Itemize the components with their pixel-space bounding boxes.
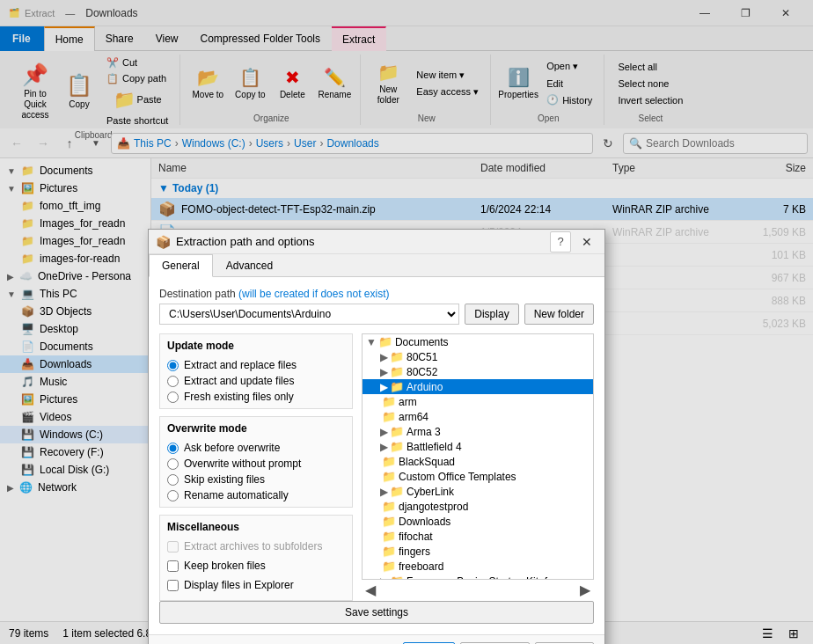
checkbox-display-explorer-label: Display files in Explorer xyxy=(184,579,294,591)
radio-extract-update-input[interactable] xyxy=(167,376,179,387)
tree-item-cyberlink[interactable]: ▶ 📁 CyberLink xyxy=(363,484,593,499)
new-folder-button[interactable]: New folder xyxy=(524,304,594,325)
tree-item-arm[interactable]: 📁 arm xyxy=(363,394,593,409)
right-column: ▼ 📁 Documents ▶ 📁 80C51 ▶ 📁 80C52 xyxy=(362,333,594,601)
checkbox-display-explorer-input[interactable] xyxy=(167,580,179,591)
checkbox-extract-subfolders-input[interactable] xyxy=(167,541,179,553)
radio-extract-replace: Extract and replace files xyxy=(167,359,345,371)
display-button[interactable]: Display xyxy=(465,304,518,325)
tree-item-freeboard[interactable]: 📁 freeboard xyxy=(363,559,593,574)
update-mode-title: Update mode xyxy=(167,340,345,352)
checkbox-extract-subfolders-label: Extract archives to subfolders xyxy=(184,540,322,553)
radio-overwrite-no-prompt-label: Overwrite without prompt xyxy=(184,457,301,470)
tree-item-fingers[interactable]: 📁 fingers xyxy=(363,544,593,559)
radio-skip-existing-input[interactable] xyxy=(167,474,179,486)
tree-label: fingers xyxy=(399,545,430,558)
tree-item-80c51[interactable]: ▶ 📁 80C51 xyxy=(363,349,593,364)
dialog-title-bar: 📦 Extraction path and options ? ✕ xyxy=(149,230,604,254)
overwrite-mode-group: Overwrite mode Ask before overwrite Over… xyxy=(159,416,353,508)
tree-label: arm64 xyxy=(399,411,428,423)
radio-overwrite-no-prompt: Overwrite without prompt xyxy=(167,457,345,470)
dialog-help-icon[interactable]: ? xyxy=(550,231,571,252)
destination-path-input[interactable]: C:\Users\User\Documents\Arduino xyxy=(159,304,459,325)
tree-item-battlefield4[interactable]: ▶ 📁 Battlefield 4 xyxy=(363,439,593,454)
radio-extract-replace-input[interactable] xyxy=(167,360,179,371)
tree-scroll-left-button[interactable]: ◀ xyxy=(362,582,379,598)
tree-label: Documents xyxy=(395,336,449,348)
checkbox-display-explorer: Display files in Explorer xyxy=(167,579,345,591)
tree-label: arm xyxy=(399,396,417,408)
tree-label: djangotestprod xyxy=(399,501,468,513)
radio-rename-auto: Rename automatically xyxy=(167,489,345,501)
checkbox-keep-broken-label: Keep broken files xyxy=(184,560,266,572)
two-col-layout: Update mode Extract and replace files Ex… xyxy=(159,333,594,601)
tree-label: Battlefield 4 xyxy=(406,441,462,453)
radio-extract-replace-label: Extract and replace files xyxy=(184,359,297,371)
tree-nav: ◀ ▶ xyxy=(362,580,594,600)
tree-item-documents[interactable]: ▼ 📁 Documents xyxy=(363,334,593,349)
folder-tree: ▼ 📁 Documents ▶ 📁 80C51 ▶ 📁 80C52 xyxy=(362,333,594,580)
dialog-body: Destination path (will be created if doe… xyxy=(149,277,604,634)
radio-ask-before: Ask before overwrite xyxy=(167,442,345,454)
radio-fresh-existing-input[interactable] xyxy=(167,392,179,403)
tree-item-arma3[interactable]: ▶ 📁 Arma 3 xyxy=(363,424,593,439)
radio-rename-auto-label: Rename automatically xyxy=(184,489,289,501)
tree-item-freenove[interactable]: ▶ 📁 Freenove_Basic_Starter_Kit_f xyxy=(363,574,593,580)
tree-label: CyberLink xyxy=(406,486,454,498)
tree-item-custom-office[interactable]: 📁 Custom Office Templates xyxy=(363,469,593,484)
tree-label: Arduino xyxy=(406,381,443,393)
dialog-tabs: General Advanced xyxy=(149,254,604,277)
tree-item-django[interactable]: 📁 djangotestprod xyxy=(363,499,593,514)
tree-label: 80C52 xyxy=(406,366,437,378)
tree-label: freeboard xyxy=(399,560,443,573)
dialog-title-icon: 📦 xyxy=(156,235,171,249)
checkbox-keep-broken-input[interactable] xyxy=(167,560,179,572)
checkbox-keep-broken: Keep broken files xyxy=(167,560,345,572)
tab-general[interactable]: General xyxy=(149,254,213,277)
destination-label: Destination path (will be created if doe… xyxy=(159,288,594,300)
radio-rename-auto-input[interactable] xyxy=(167,490,179,501)
update-mode-group: Update mode Extract and replace files Ex… xyxy=(159,333,353,409)
checkbox-extract-subfolders: Extract archives to subfolders xyxy=(167,540,345,553)
tree-item-80c52[interactable]: ▶ 📁 80C52 xyxy=(363,364,593,379)
path-row: C:\Users\User\Documents\Arduino Display … xyxy=(159,304,594,325)
tree-item-arm64[interactable]: 📁 arm64 xyxy=(363,409,593,424)
radio-extract-update: Extract and update files xyxy=(167,375,345,387)
tree-scroll-right-button[interactable]: ▶ xyxy=(576,582,594,598)
save-settings-button[interactable]: Save settings xyxy=(159,601,594,624)
tree-label: Custom Office Templates xyxy=(399,471,516,483)
tree-label: Arma 3 xyxy=(406,426,441,438)
radio-fresh-existing: Fresh existing files only xyxy=(167,391,345,403)
dialog-close-button[interactable]: ✕ xyxy=(576,231,597,252)
dialog-footer: OK Cancel Help xyxy=(149,634,604,644)
extraction-dialog: 📦 Extraction path and options ? ✕ Genera… xyxy=(148,229,605,644)
tree-item-downloads[interactable]: 📁 Downloads xyxy=(363,514,593,529)
tree-item-blacksquad[interactable]: 📁 BlackSquad xyxy=(363,454,593,469)
radio-ask-before-input[interactable] xyxy=(167,443,179,454)
radio-skip-existing: Skip existing files xyxy=(167,473,345,486)
left-column: Update mode Extract and replace files Ex… xyxy=(159,333,353,601)
tree-item-fifochat[interactable]: 📁 fifochat xyxy=(363,529,593,544)
misc-title: Miscellaneous xyxy=(167,521,345,533)
overwrite-mode-title: Overwrite mode xyxy=(167,422,345,435)
radio-ask-before-label: Ask before overwrite xyxy=(184,442,280,454)
radio-extract-update-label: Extract and update files xyxy=(184,375,294,387)
tree-label: BlackSquad xyxy=(399,456,455,468)
miscellaneous-group: Miscellaneous Extract archives to subfol… xyxy=(159,515,353,601)
tree-label: 80C51 xyxy=(406,351,437,363)
radio-skip-existing-label: Skip existing files xyxy=(184,473,265,486)
tree-label: fifochat xyxy=(399,531,433,543)
radio-fresh-existing-label: Fresh existing files only xyxy=(184,391,294,403)
tree-item-arduino[interactable]: ▶ 📁 Arduino xyxy=(363,379,593,394)
radio-overwrite-no-prompt-input[interactable] xyxy=(167,458,179,470)
destination-section: Destination path (will be created if doe… xyxy=(159,288,594,325)
tree-label: Downloads xyxy=(399,516,450,528)
tab-advanced[interactable]: Advanced xyxy=(213,254,286,276)
dialog-title-text: Extraction path and options xyxy=(176,235,545,248)
